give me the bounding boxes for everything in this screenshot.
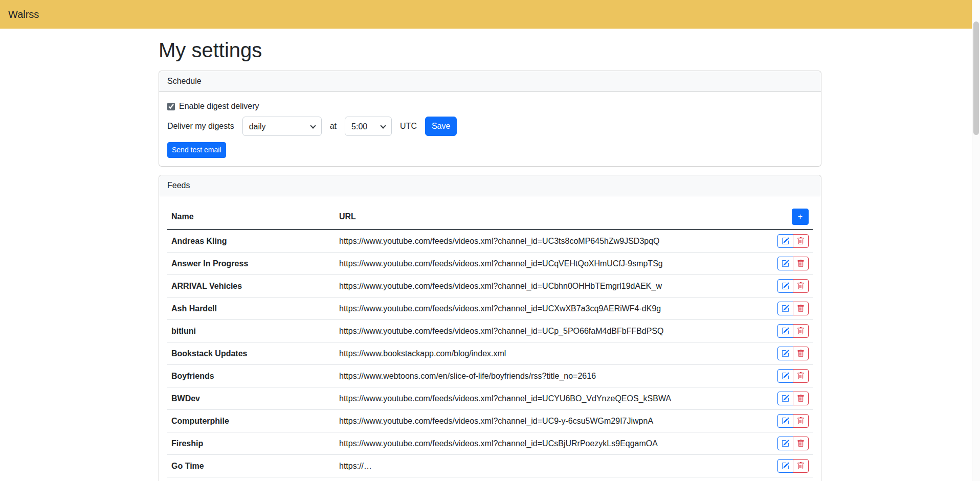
edit-feed-button[interactable]: [777, 347, 793, 360]
feed-actions: [756, 455, 813, 477]
edit-feed-button[interactable]: [777, 302, 793, 315]
feed-actions-group: [777, 369, 809, 383]
delete-feed-button[interactable]: [793, 414, 809, 428]
scrollbar-thumb[interactable]: [973, 21, 979, 135]
frequency-select[interactable]: daily: [242, 117, 322, 136]
feed-url: https://www.webtoons.com/en/slice-of-lif…: [335, 365, 756, 387]
feed-name: Bookstack Updates: [167, 342, 335, 365]
feeds-table-body: Andreas Kling https://www.youtube.com/fe…: [167, 230, 813, 477]
edit-feed-button[interactable]: [777, 369, 793, 383]
table-row: Bookstack Updates https://www.bookstacka…: [167, 342, 813, 365]
frequency-select-wrap: daily: [242, 117, 322, 136]
feed-url: https://www.youtube.com/feeds/videos.xml…: [335, 253, 756, 275]
pencil-square-icon: [782, 440, 789, 447]
trash-icon: [797, 372, 805, 380]
table-row: BWDev https://www.youtube.com/feeds/vide…: [167, 387, 813, 410]
feed-actions: [756, 230, 813, 253]
table-row: Boyfriends https://www.webtoons.com/en/s…: [167, 365, 813, 387]
delete-feed-button[interactable]: [793, 257, 809, 270]
edit-feed-button[interactable]: [777, 324, 793, 338]
pencil-square-icon: [782, 350, 789, 357]
send-test-email-button[interactable]: Send test email: [167, 142, 226, 158]
feed-name: Fireship: [167, 432, 335, 455]
timezone-label: UTC: [400, 122, 417, 131]
delete-feed-button[interactable]: [793, 279, 809, 293]
feeds-header-row: Name URL +: [167, 204, 813, 230]
table-row: Ash Hardell https://www.youtube.com/feed…: [167, 297, 813, 320]
trash-icon: [797, 395, 805, 402]
trash-icon: [797, 305, 805, 312]
feed-name: BWDev: [167, 387, 335, 410]
delete-feed-button[interactable]: [793, 369, 809, 383]
table-row: bitluni https://www.youtube.com/feeds/vi…: [167, 320, 813, 342]
pencil-square-icon: [782, 462, 789, 470]
feed-actions: [756, 410, 813, 432]
feed-actions-group: [777, 414, 809, 428]
feed-actions-group: [777, 234, 809, 248]
pencil-square-icon: [782, 417, 789, 425]
feed-actions: [756, 297, 813, 320]
feed-actions: [756, 387, 813, 410]
delete-feed-button[interactable]: [793, 392, 809, 405]
feed-actions-group: [777, 459, 809, 473]
feeds-table: Name URL + Andreas Kling https://www.you…: [167, 204, 813, 477]
table-row: Answer In Progress https://www.youtube.c…: [167, 253, 813, 275]
feed-actions: [756, 275, 813, 297]
pencil-square-icon: [782, 237, 789, 245]
feed-url: https://…: [335, 455, 756, 477]
delete-feed-button[interactable]: [793, 324, 809, 338]
schedule-card: Schedule Enable digest delivery Deliver …: [159, 71, 821, 167]
feed-url: https://www.youtube.com/feeds/videos.xml…: [335, 387, 756, 410]
schedule-card-body: Enable digest delivery Deliver my digest…: [159, 92, 821, 166]
add-feed-button[interactable]: +: [792, 209, 809, 225]
feed-url: https://www.youtube.com/feeds/videos.xml…: [335, 432, 756, 455]
navbar-brand[interactable]: Walrss: [8, 9, 39, 20]
table-row: ARRIVAL Vehicles https://www.youtube.com…: [167, 275, 813, 297]
table-row: Andreas Kling https://www.youtube.com/fe…: [167, 230, 813, 253]
column-header-url: URL: [335, 204, 756, 230]
edit-feed-button[interactable]: [777, 459, 793, 473]
trash-icon: [797, 417, 805, 425]
feeds-card-header: Feeds: [159, 175, 821, 196]
pencil-square-icon: [782, 305, 789, 312]
feed-actions: [756, 342, 813, 365]
edit-feed-button[interactable]: [777, 257, 793, 270]
feed-name: Answer In Progress: [167, 253, 335, 275]
feeds-card-body: Name URL + Andreas Kling https://www.you…: [159, 196, 821, 481]
delete-feed-button[interactable]: [793, 459, 809, 473]
save-button[interactable]: Save: [425, 117, 457, 136]
feed-actions: [756, 365, 813, 387]
trash-icon: [797, 260, 805, 267]
trash-icon: [797, 440, 805, 447]
enable-digest-row: Enable digest delivery: [167, 100, 813, 112]
delete-feed-button[interactable]: [793, 347, 809, 360]
pencil-square-icon: [782, 372, 789, 380]
pencil-square-icon: [782, 282, 789, 290]
delete-feed-button[interactable]: [793, 234, 809, 248]
edit-feed-button[interactable]: [777, 234, 793, 248]
column-header-actions: +: [756, 204, 813, 230]
trash-icon: [797, 282, 805, 290]
enable-digest-label: Enable digest delivery: [179, 102, 259, 111]
feed-url: https://www.youtube.com/feeds/videos.xml…: [335, 320, 756, 342]
feed-url: https://www.youtube.com/feeds/videos.xml…: [335, 275, 756, 297]
deliver-digests-label: Deliver my digests: [167, 122, 234, 131]
trash-icon: [797, 327, 805, 335]
table-row: Fireship https://www.youtube.com/feeds/v…: [167, 432, 813, 455]
feed-url: https://www.youtube.com/feeds/videos.xml…: [335, 297, 756, 320]
delete-feed-button[interactable]: [793, 437, 809, 450]
time-select[interactable]: 5:00: [345, 117, 392, 136]
scrollbar[interactable]: [972, 0, 980, 481]
edit-feed-button[interactable]: [777, 414, 793, 428]
feed-name: Computerphile: [167, 410, 335, 432]
delete-feed-button[interactable]: [793, 302, 809, 315]
edit-feed-button[interactable]: [777, 279, 793, 293]
enable-digest-checkbox[interactable]: [167, 103, 175, 110]
feeds-card: Feeds Name URL + Andreas Kling https://w…: [159, 175, 821, 481]
edit-feed-button[interactable]: [777, 437, 793, 450]
feed-url: https://www.bookstackapp.com/blog/index.…: [335, 342, 756, 365]
edit-feed-button[interactable]: [777, 392, 793, 405]
feed-url: https://www.youtube.com/feeds/videos.xml…: [335, 410, 756, 432]
feed-url: https://www.youtube.com/feeds/videos.xml…: [335, 230, 756, 253]
page-title: My settings: [159, 38, 821, 62]
